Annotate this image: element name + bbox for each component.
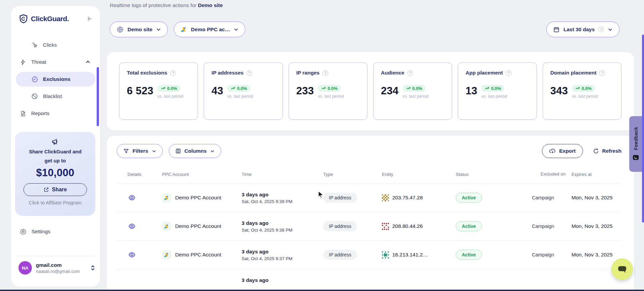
ban-icon — [31, 93, 38, 100]
entity-identicon — [382, 194, 389, 201]
sidebar-scrollbar-thumb[interactable] — [97, 67, 99, 126]
refresh-icon — [593, 148, 599, 154]
refresh-button-label: Refresh — [602, 148, 622, 154]
sidebar-divider — [16, 256, 95, 256]
stat-caption: vs. last period — [572, 94, 598, 99]
eye-icon — [128, 223, 136, 230]
sidebar-collapse-icon[interactable] — [87, 15, 93, 22]
stat-value: 6 523 — [127, 85, 153, 97]
view-details-button[interactable] — [117, 223, 162, 230]
sidebar-item-label: Exclusions — [43, 76, 70, 82]
ppc-account-selector[interactable]: Demo PPC ac… — [174, 21, 245, 37]
view-details-button[interactable] — [117, 194, 162, 201]
table-toolbar: Filters Columns Export Refresh — [117, 144, 622, 158]
columns-button[interactable]: Columns — [169, 144, 221, 158]
google-ads-icon — [181, 26, 187, 33]
help-icon[interactable]: ? — [247, 70, 252, 76]
trend-badge: 0.0% — [403, 85, 426, 92]
help-icon[interactable]: ? — [506, 70, 511, 76]
cursor-click-icon — [31, 42, 38, 48]
refresh-button[interactable]: Refresh — [593, 148, 622, 154]
stat-caption: vs. last period — [157, 94, 183, 99]
chevron-up-icon[interactable] — [85, 59, 91, 65]
help-icon[interactable]: ? — [599, 70, 605, 76]
share-button-label: Share — [52, 187, 67, 193]
stat-caption: vs. last period — [318, 94, 344, 99]
exclusions-table-panel: Filters Columns Export Refresh Details P… — [107, 136, 634, 291]
time-cell: 3 days ago — [242, 277, 323, 290]
stat-caption: vs. last period — [227, 94, 253, 99]
feedback-tab-label: Feedback — [633, 127, 639, 150]
chevron-down-icon — [156, 27, 161, 32]
time-cell: 3 days ago Sat, Oct 4, 2025 9:38 PM — [242, 220, 323, 233]
export-button-label: Export — [559, 148, 576, 154]
time-cell: 3 days ago Sat, Oct 4, 2025 9:37 PM — [242, 249, 323, 261]
sidebar-item-blacklist[interactable]: Blacklist — [16, 89, 95, 104]
entity-value: 16.213.141.2… — [392, 252, 428, 258]
promo-amount: $10,000 — [19, 167, 91, 179]
expand-updown-icon[interactable] — [90, 265, 95, 271]
view-details-button[interactable] — [117, 251, 162, 258]
eye-icon — [128, 194, 136, 201]
columns-icon — [175, 148, 181, 154]
sidebar-item-label: Clicks — [43, 42, 57, 48]
help-icon[interactable]: ? — [170, 70, 176, 76]
chat-launcher-button[interactable] — [611, 258, 633, 280]
user-menu[interactable]: NA gmail.com naatali.ro@gmail.com — [18, 261, 95, 275]
feedback-tab[interactable]: Feedback — [629, 116, 642, 172]
status-cell: Active — [456, 250, 532, 260]
cloud-download-icon — [549, 148, 556, 154]
document-icon — [20, 110, 26, 117]
sidebar-item-label: Reports — [31, 110, 49, 116]
page-scrollbar-thumb[interactable] — [642, 35, 644, 223]
sidebar: ClickGuard. Clicks Threat — [11, 6, 100, 287]
stat-title: App placement — [465, 70, 503, 76]
filters-button[interactable]: Filters — [117, 144, 163, 158]
status-cell: Active — [456, 193, 532, 203]
ppc-account-cell: Demo PPC Account — [162, 222, 242, 231]
site-selector[interactable]: Demo site — [110, 21, 168, 37]
table-row: Demo PPC Account 3 days ago Sat, Oct 4, … — [117, 212, 622, 241]
settings-label: Settings — [32, 229, 50, 235]
expires-at-cell: Mon, Nov 3, 2025 — [572, 252, 622, 258]
time-full: Sat, Oct 4, 2025 9:38 PM — [242, 228, 323, 233]
column-header-ppc-account: PPC Account — [162, 172, 242, 177]
filter-icon — [123, 148, 129, 154]
expires-at-cell: Mon, Nov 3, 2025 — [572, 195, 622, 201]
time-relative: 3 days ago — [242, 249, 323, 255]
stat-value: 343 — [550, 85, 568, 97]
entity-value: 208.80.44.26 — [392, 223, 423, 229]
ppc-account-name: Demo PPC Account — [175, 195, 221, 201]
excluded-on-cell: Campaign — [532, 224, 572, 229]
date-range-value: Last 30 days — [563, 27, 595, 33]
status-badge: Active — [456, 221, 482, 231]
stat-card-ip-addresses: IP addresses? 43 0.0% vs. last period — [204, 62, 283, 120]
type-badge: IP address — [323, 250, 357, 260]
feedback-chat-icon — [633, 155, 639, 161]
site-selector-value: Demo site — [128, 27, 152, 33]
trend-value: 0.0% — [328, 86, 338, 91]
column-header-type: Type — [323, 172, 382, 177]
window-bottom-border — [0, 290, 644, 291]
column-header-details: Details — [117, 172, 162, 177]
sidebar-item-settings[interactable]: Settings — [20, 228, 50, 235]
ppc-account-name: Demo PPC Account — [175, 252, 221, 258]
gear-icon — [20, 228, 27, 235]
excluded-on-cell: Campaign — [532, 195, 572, 200]
clickguard-logo-icon — [19, 14, 28, 23]
sidebar-item-exclusions[interactable]: Exclusions — [16, 72, 95, 87]
sidebar-item-threat[interactable]: Threat — [16, 55, 95, 69]
affiliate-promo-card[interactable]: Share ClickGuard and get up to $10,000 S… — [15, 132, 95, 216]
help-icon[interactable]: ? — [407, 70, 413, 76]
stat-card-audience: Audience? 234 0.0% vs. last period — [373, 62, 452, 120]
export-button[interactable]: Export — [542, 144, 583, 158]
sidebar-item-reports[interactable]: Reports — [16, 106, 95, 121]
stat-card-domain-placement: Domain placement? 343 0.0% vs. last peri… — [543, 62, 622, 120]
help-icon[interactable]: ? — [323, 70, 328, 76]
sidebar-item-clicks[interactable]: Clicks — [16, 38, 95, 52]
affiliate-link[interactable]: Click to Affiliate Program — [19, 200, 91, 205]
share-button[interactable]: Share — [23, 183, 87, 196]
date-range-selector[interactable]: Last 30 days ? — [546, 21, 620, 37]
sidebar-nav: Clicks Threat Exclusions — [16, 38, 95, 121]
entity-identicon — [382, 223, 389, 230]
